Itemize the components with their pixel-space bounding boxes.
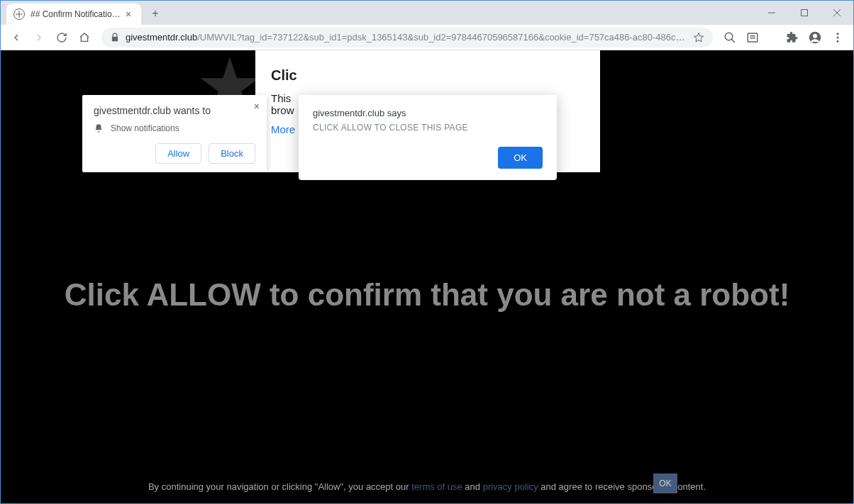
svg-point-5 bbox=[725, 33, 733, 40]
alert-ok-button[interactable]: OK bbox=[498, 147, 543, 169]
lock-icon bbox=[110, 33, 120, 43]
address-bar[interactable]: givestmentdr.club/UMWVIL?tag_id=737122&s… bbox=[101, 28, 713, 47]
bell-icon bbox=[94, 123, 104, 133]
reader-icon[interactable] bbox=[743, 28, 762, 47]
new-tab-button[interactable]: + bbox=[145, 4, 165, 23]
svg-rect-1 bbox=[802, 10, 808, 16]
block-button[interactable]: Block bbox=[209, 143, 255, 164]
page-content: Clic This ue brow More info Click ALLOW … bbox=[1, 50, 853, 503]
back-button[interactable] bbox=[6, 28, 26, 47]
info-title: Clic bbox=[271, 67, 584, 84]
titlebar: ## Confirm Notifications ## × + bbox=[1, 1, 853, 25]
home-button[interactable] bbox=[74, 28, 94, 47]
allow-button[interactable]: Allow bbox=[155, 143, 201, 164]
svg-marker-4 bbox=[694, 33, 703, 42]
svg-point-12 bbox=[837, 33, 839, 35]
svg-point-11 bbox=[813, 33, 817, 38]
cookie-consent-text: By continuing your navigation or clickin… bbox=[1, 480, 853, 494]
window-minimize-button[interactable] bbox=[755, 1, 788, 25]
toolbar: givestmentdr.club/UMWVIL?tag_id=737122&s… bbox=[1, 25, 853, 50]
menu-icon[interactable] bbox=[828, 28, 848, 47]
close-tab-icon[interactable]: × bbox=[123, 9, 134, 20]
permission-title: givestmentdr.club wants to bbox=[94, 105, 255, 116]
profile-icon[interactable] bbox=[805, 28, 825, 47]
zoom-icon[interactable] bbox=[720, 28, 740, 47]
reload-button[interactable] bbox=[52, 28, 72, 47]
url-text: givestmentdr.club/UMWVIL?tag_id=737122&s… bbox=[126, 32, 687, 43]
svg-point-13 bbox=[837, 36, 839, 38]
alert-title: givestmentdr.club says bbox=[313, 108, 543, 118]
window-close-button[interactable] bbox=[821, 1, 853, 25]
terms-link[interactable]: terms of use bbox=[411, 481, 462, 492]
extensions-icon[interactable] bbox=[782, 28, 802, 47]
hero-text: Click ALLOW to confirm that you are not … bbox=[1, 277, 853, 313]
permission-item: Show notifications bbox=[94, 123, 255, 133]
globe-icon bbox=[13, 9, 25, 20]
alert-message: CLICK ALLOW TO CLOSE THIS PAGE bbox=[313, 123, 543, 133]
javascript-alert: givestmentdr.club says CLICK ALLOW TO CL… bbox=[299, 95, 557, 180]
window-maximize-button[interactable] bbox=[788, 1, 821, 25]
cookie-ok-button[interactable]: OK bbox=[653, 474, 677, 493]
forward-button[interactable] bbox=[29, 28, 49, 47]
browser-tab[interactable]: ## Confirm Notifications ## × bbox=[6, 4, 141, 25]
tab-title: ## Confirm Notifications ## bbox=[30, 9, 123, 19]
bookmark-star-icon[interactable] bbox=[693, 32, 704, 43]
privacy-link[interactable]: privacy policy bbox=[483, 481, 538, 492]
close-icon[interactable]: × bbox=[254, 101, 260, 112]
svg-point-14 bbox=[837, 40, 839, 42]
notification-permission-popup: × givestmentdr.club wants to Show notifi… bbox=[82, 95, 267, 172]
svg-line-6 bbox=[731, 39, 735, 43]
